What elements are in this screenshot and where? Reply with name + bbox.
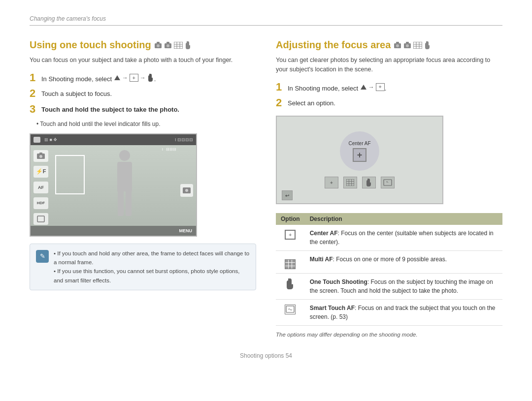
- cam-right-icon: [180, 184, 193, 197]
- col-header-desc: Description: [305, 213, 502, 225]
- icon-one-touch: [276, 273, 305, 299]
- icon-smart-touch: [276, 299, 305, 325]
- right-step-1: 1 In Shooting mode, select → + .: [276, 81, 502, 93]
- svg-point-4: [166, 44, 169, 47]
- svg-rect-20: [396, 42, 399, 43]
- svg-point-22: [406, 44, 409, 47]
- cam-top-icons: ⊞ ■ ❖: [44, 137, 57, 142]
- left-section-title: Using one touch shooting: [30, 39, 256, 51]
- left-step-1: 1 In Shooting mode, select → + → .: [30, 72, 256, 84]
- note-bullet-1: • If you touch and hold any other area, …: [54, 250, 249, 265]
- camera-preview: ⊞ ■ ❖ I ⊟⊟⊟⊟ ⚡F AF HDF: [30, 133, 197, 237]
- page-footer: Shooting options 54: [30, 352, 502, 359]
- desc-smart-touch: Smart Touch AF: Focus on and track the s…: [305, 299, 502, 325]
- main-content: Using one touch shooting You can focus o…: [30, 39, 502, 338]
- svg-point-17: [185, 189, 188, 192]
- right-title-icons: [394, 41, 431, 49]
- svg-rect-2: [157, 42, 160, 43]
- left-step-3: 3 Touch and hold the subject to take the…: [30, 103, 256, 115]
- focus-back-btn: ↩: [282, 190, 293, 200]
- center-af-circle: Center AF +: [340, 131, 379, 171]
- grid-icon-1: [174, 42, 183, 49]
- table-row-center-af: + Center AF: Focus on the center (suitab…: [276, 225, 502, 251]
- header-title: Changing the camera's focus: [30, 15, 106, 22]
- center-af-icon: +: [353, 148, 366, 162]
- focus-area-preview: Center AF + + ↩: [276, 116, 443, 204]
- col-header-option: Option: [276, 213, 305, 225]
- cam-icon-mode: [33, 150, 48, 162]
- cam-bottom-bar: menu: [31, 226, 196, 236]
- cam-mode-icon: [33, 137, 40, 143]
- right-footer-note: The options may differ depending on the …: [276, 332, 502, 338]
- cam-icon-flash: ⚡F: [33, 166, 48, 178]
- right-mountain-icon: [360, 84, 367, 91]
- svg-point-13: [39, 155, 42, 158]
- desc-multi-af: Multi AF: Focus on one or more of 9 poss…: [305, 251, 502, 274]
- cam-focus-box: [55, 155, 85, 194]
- touch-icon: [286, 278, 295, 289]
- svg-rect-24: [413, 42, 422, 49]
- svg-marker-29: [361, 85, 366, 90]
- camera-icon-2: [164, 42, 172, 49]
- note-box: ✎ • If you touch and hold any other area…: [30, 244, 256, 291]
- camera-top-bar: ⊞ ■ ❖ I ⊟⊟⊟⊟: [31, 134, 196, 145]
- note-icon: ✎: [36, 250, 49, 263]
- right-column: Adjusting the focus area You can get cle…: [276, 39, 502, 338]
- focus-bottom-icons: +: [325, 177, 395, 188]
- right-section-title: Adjusting the focus area: [276, 39, 502, 51]
- focus-btn-grid: [343, 177, 357, 188]
- focus-btn-touch: [362, 177, 376, 188]
- cam-icon-timer: [33, 213, 48, 225]
- left-column: Using one touch shooting You can focus o…: [30, 39, 256, 338]
- cam-top-right-area: I ⊟⊟⊟: [162, 147, 176, 152]
- mountain-icon: [114, 74, 121, 81]
- cam-top-right-icons: I ⊟⊟⊟⊟: [175, 137, 193, 142]
- person-silhouette: [112, 150, 137, 219]
- svg-rect-30: [346, 179, 354, 186]
- svg-rect-14: [39, 153, 42, 154]
- svg-marker-11: [114, 75, 120, 80]
- focus-btn-smart: [381, 177, 395, 188]
- cam-icon-hdr: HDF: [33, 197, 48, 209]
- right-hand-icon: [424, 41, 431, 49]
- right-intro: You can get clearer photos by selecting …: [276, 56, 502, 74]
- note-bullet-2: • If you use this function, you cannot s…: [54, 268, 239, 283]
- svg-rect-5: [166, 42, 169, 43]
- center-af-label: Center AF: [348, 141, 370, 146]
- cam-left-sidebar: ⚡F AF HDF: [33, 150, 48, 225]
- left-step-2: 2 Touch a subject to focus.: [30, 88, 256, 99]
- svg-point-19: [396, 44, 399, 47]
- step1-formula: → + →: [114, 73, 154, 82]
- table-row-one-touch: One Touch Shooting: Focus on the subject…: [276, 273, 502, 299]
- camera-icon-1: [154, 42, 162, 49]
- left-sub-bullet: Touch and hold until the level indicator…: [36, 120, 256, 128]
- cam-icon-af: AF: [33, 182, 48, 193]
- right-step-2: 2 Select an option.: [276, 97, 502, 109]
- cam-menu-text: menu: [179, 228, 193, 233]
- svg-rect-6: [174, 42, 183, 49]
- camera-body: ⚡F AF HDF: [31, 145, 196, 236]
- right-camera-icon-1: [394, 42, 401, 49]
- right-camera-icon-2: [403, 42, 411, 49]
- svg-rect-35: [384, 180, 392, 185]
- svg-rect-15: [37, 216, 44, 222]
- right-grid-icon: [413, 42, 422, 49]
- icon-center-af: +: [276, 225, 305, 251]
- icon-multi-af: [276, 251, 305, 274]
- hand-icon-1: [185, 41, 192, 49]
- desc-center-af: Center AF: Focus on the center (suitable…: [305, 225, 502, 251]
- right-step1-formula: → +: [360, 83, 385, 92]
- desc-one-touch: One Touch Shooting: Focus on the subject…: [305, 273, 502, 299]
- table-row-multi-af: Multi AF: Focus on one or more of 9 poss…: [276, 251, 502, 274]
- description-table: Option Description + Center AF: Focus on…: [276, 213, 502, 326]
- svg-point-1: [157, 44, 160, 47]
- focus-btn-center: +: [325, 177, 338, 188]
- svg-rect-23: [406, 42, 409, 43]
- table-row-smart-touch: Smart Touch AF: Focus on and track the s…: [276, 299, 502, 325]
- hand-formula-icon: [147, 74, 154, 82]
- note-content: • If you touch and hold any other area, …: [54, 249, 250, 285]
- left-title-icons: [154, 41, 192, 49]
- left-intro: You can focus on your subject and take a…: [30, 56, 256, 65]
- page-header: Changing the camera's focus: [30, 15, 502, 26]
